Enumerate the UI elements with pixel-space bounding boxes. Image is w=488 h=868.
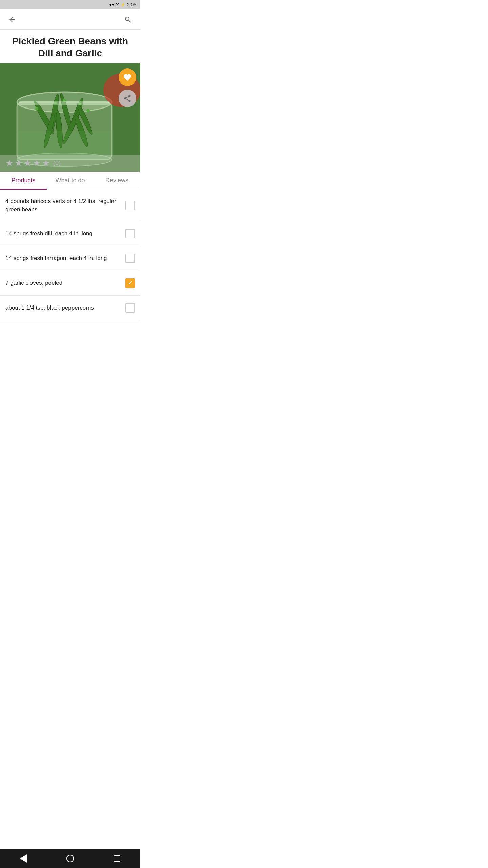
ingredient-checkbox-2[interactable] [125, 229, 135, 238]
tab-what-to-do[interactable]: What to do [47, 172, 94, 190]
ingredient-checkbox-1[interactable] [125, 201, 135, 210]
tab-products[interactable]: Products [0, 172, 47, 190]
back-button[interactable] [5, 13, 19, 26]
svg-point-13 [35, 107, 38, 111]
star-rating[interactable]: ★ ★ ★ ★ ★ [5, 159, 50, 167]
ingredient-item: 4 pounds haricots verts or 4 1/2 lbs. re… [0, 190, 140, 221]
search-button[interactable] [121, 13, 135, 26]
heart-icon [123, 73, 132, 82]
star-3[interactable]: ★ [24, 159, 32, 167]
ingredient-checkbox-5[interactable] [125, 303, 135, 313]
ingredient-list: 4 pounds haricots verts or 4 1/2 lbs. re… [0, 190, 140, 320]
search-icon [124, 16, 132, 24]
share-icon [123, 94, 132, 103]
recipe-title: Pickled Green Beans with Dill and Garlic [5, 35, 135, 59]
recipe-image-container: ★ ★ ★ ★ ★ (0) [0, 63, 140, 172]
svg-point-17 [86, 109, 90, 112]
back-arrow-icon [8, 16, 16, 24]
status-icons: ▾▾ X ⚡ 2:05 [109, 2, 136, 7]
tabs-container: Products What to do Reviews [0, 172, 140, 190]
battery-icon: ⚡ [121, 3, 125, 7]
ingredient-text: 14 sprigs fresh dill, each 4 in. long [5, 230, 125, 238]
ingredient-item: 14 sprigs fresh tarragon, each 4 in. lon… [0, 246, 140, 271]
ingredient-item: about 1 1/4 tsp. black peppercorns [0, 296, 140, 320]
star-5[interactable]: ★ [42, 159, 50, 167]
ingredient-text: 4 pounds haricots verts or 4 1/2 lbs. re… [5, 197, 125, 214]
ingredient-text: 14 sprigs fresh tarragon, each 4 in. lon… [5, 254, 125, 262]
ingredient-checkbox-3[interactable] [125, 254, 135, 263]
svg-rect-20 [19, 101, 110, 105]
signal-icon: X [116, 2, 119, 7]
image-actions [119, 68, 136, 107]
star-4[interactable]: ★ [33, 159, 41, 167]
rating-overlay: ★ ★ ★ ★ ★ (0) [0, 155, 140, 172]
wifi-icon: ▾▾ [109, 2, 114, 7]
recipe-title-area: Pickled Green Beans with Dill and Garlic [0, 30, 140, 63]
star-1[interactable]: ★ [5, 159, 13, 167]
status-time: 2:05 [127, 2, 136, 7]
content-area: Pickled Green Beans with Dill and Garlic [0, 30, 140, 339]
tab-reviews[interactable]: Reviews [94, 172, 140, 190]
ingredient-item: 7 garlic cloves, peeled [0, 271, 140, 296]
ingredient-text: 7 garlic cloves, peeled [5, 279, 125, 287]
star-2[interactable]: ★ [15, 159, 22, 167]
ingredient-checkbox-4[interactable] [125, 278, 135, 288]
rating-count: (0) [53, 160, 61, 167]
ingredient-item: 14 sprigs fresh dill, each 4 in. long [0, 221, 140, 246]
status-bar: ▾▾ X ⚡ 2:05 [0, 0, 140, 9]
favorite-button[interactable] [119, 68, 136, 86]
share-button[interactable] [119, 90, 136, 107]
ingredient-text: about 1 1/4 tsp. black peppercorns [5, 304, 125, 312]
top-nav [0, 9, 140, 30]
